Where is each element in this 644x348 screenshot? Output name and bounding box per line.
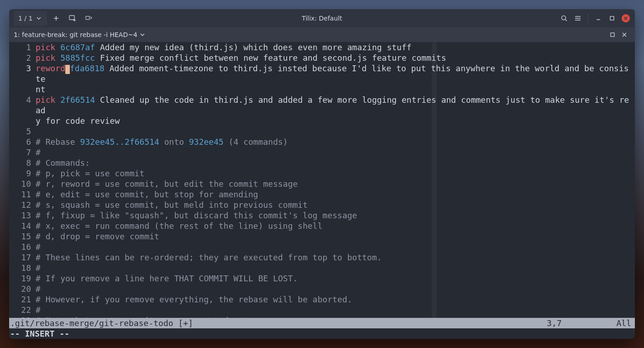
chevron-down-icon (140, 32, 145, 37)
terminal-pane[interactable]: 1pick 6c687af Added my new idea (third.j… (9, 42, 635, 339)
svg-rect-3 (610, 16, 614, 20)
tab-label: 1: feature-break: git rebase -i HEAD~4 (14, 31, 137, 38)
app-window: 1 / 1 (9, 9, 635, 339)
search-icon (560, 15, 568, 22)
maximize-button[interactable] (606, 12, 618, 25)
editor-area[interactable]: 1pick 6c687af Added my new idea (third.j… (9, 42, 635, 339)
svg-point-2 (562, 16, 566, 20)
terminal-tab-bar: 1: feature-break: git rebase -i HEAD~4 (9, 27, 635, 42)
search-button[interactable] (558, 12, 571, 25)
maximize-icon (610, 32, 615, 37)
vim-status-bar: .git/rebase-merge/git-rebase-todo [+] 3,… (9, 318, 635, 328)
menu-button[interactable] (571, 12, 584, 25)
terminal-add-down-icon (69, 15, 76, 22)
session-label: 1 / 1 (18, 15, 32, 22)
tab-close-button[interactable] (618, 29, 630, 41)
svg-rect-1 (86, 16, 89, 20)
close-icon (622, 32, 627, 37)
terminal-tab[interactable]: 1: feature-break: git rebase -i HEAD~4 (14, 31, 145, 38)
chevron-down-icon (35, 15, 42, 22)
status-percent: All (616, 318, 634, 328)
divider (588, 14, 588, 23)
add-terminal-down-button[interactable] (65, 11, 80, 26)
svg-rect-4 (611, 33, 614, 37)
session-switcher[interactable]: 1 / 1 (14, 11, 47, 26)
titlebar: 1 / 1 (9, 9, 635, 27)
close-icon (622, 14, 630, 22)
add-terminal-right-button[interactable] (82, 11, 96, 26)
minimize-icon (596, 16, 601, 21)
hamburger-icon (574, 15, 581, 22)
vim-mode-line: -- INSERT -- (9, 328, 635, 339)
minimize-button[interactable] (592, 12, 605, 25)
terminal-add-right-icon (85, 15, 93, 22)
window-title: Tilix: Default (9, 15, 635, 22)
plus-icon (52, 15, 60, 22)
status-cursor-position: 3,7 (547, 318, 617, 328)
close-window-button[interactable] (619, 12, 632, 25)
svg-rect-0 (69, 16, 74, 20)
status-filename: .git/rebase-merge/git-rebase-todo [+] (10, 318, 193, 328)
new-session-button[interactable] (49, 11, 63, 26)
tab-maximize-button[interactable] (607, 29, 618, 41)
maximize-icon (609, 16, 615, 21)
